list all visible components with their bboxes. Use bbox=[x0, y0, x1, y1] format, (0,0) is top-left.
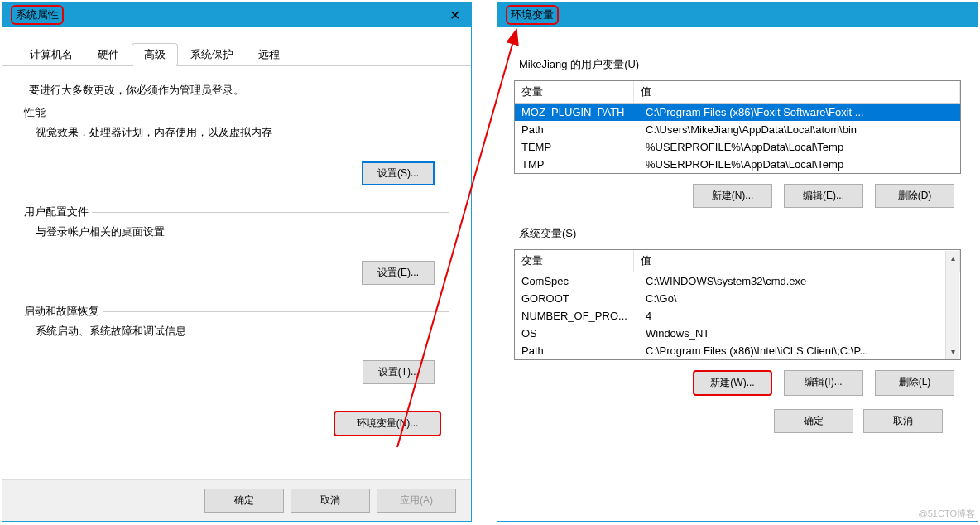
ok-button[interactable]: 确定 bbox=[204, 489, 284, 513]
group-title-performance: 性能 bbox=[24, 105, 49, 120]
dialog-buttons: 确定 取消 应用(A) bbox=[2, 479, 471, 521]
apply-button[interactable]: 应用(A) bbox=[377, 489, 456, 513]
sys-delete-button[interactable]: 删除(L) bbox=[875, 370, 954, 396]
settings-profile-button[interactable]: 设置(E)... bbox=[362, 261, 435, 285]
cancel-button[interactable]: 取消 bbox=[863, 409, 943, 433]
var-name: NUMBER_OF_PRO... bbox=[515, 309, 639, 323]
var-name: Path bbox=[515, 344, 639, 358]
table-header: 变量 值 bbox=[515, 81, 960, 104]
close-icon[interactable]: ✕ bbox=[438, 2, 471, 27]
table-row[interactable]: PathC:\Users\MikeJiang\AppData\Local\ato… bbox=[515, 121, 960, 138]
var-name: Path bbox=[515, 123, 639, 137]
var-name: ComSpec bbox=[515, 274, 639, 288]
admin-note: 要进行大多数更改，你必须作为管理员登录。 bbox=[29, 83, 449, 98]
var-name: TEMP bbox=[515, 140, 639, 154]
table-row[interactable]: NUMBER_OF_PRO...4 bbox=[515, 307, 960, 325]
settings-performance-button[interactable]: 设置(S)... bbox=[362, 161, 435, 185]
var-value: C:\WINDOWS\system32\cmd.exe bbox=[639, 274, 960, 288]
tab-body: 要进行大多数更改，你必须作为管理员登录。 性能 视觉效果，处理器计划，内存使用，… bbox=[2, 66, 471, 448]
scroll-up-icon[interactable]: ▴ bbox=[946, 251, 959, 265]
group-desc-performance: 视觉效果，处理器计划，内存使用，以及虚拟内存 bbox=[36, 125, 443, 140]
group-title-profile: 用户配置文件 bbox=[24, 205, 92, 219]
user-vars-table[interactable]: 变量 值 MOZ_PLUGIN_PATHC:\Program Files (x8… bbox=[514, 80, 961, 174]
sys-new-button[interactable]: 新建(W)... bbox=[693, 370, 772, 396]
cancel-button[interactable]: 取消 bbox=[291, 489, 370, 513]
user-delete-button[interactable]: 删除(D) bbox=[875, 184, 954, 208]
tab-advanced[interactable]: 高级 bbox=[132, 43, 178, 66]
group-startup-recovery: 启动和故障恢复 系统启动、系统故障和调试信息 设置(T)... bbox=[24, 311, 449, 399]
column-variable[interactable]: 变量 bbox=[515, 81, 634, 103]
column-value[interactable]: 值 bbox=[634, 250, 960, 272]
user-edit-button[interactable]: 编辑(E)... bbox=[784, 184, 863, 208]
table-row[interactable]: PathC:\Program Files (x86)\Intel\iCLS Cl… bbox=[515, 342, 960, 359]
dialog-buttons: 确定 取消 bbox=[514, 396, 961, 446]
settings-startup-button[interactable]: 设置(T)... bbox=[363, 360, 435, 384]
dialog-body: MikeJiang 的用户变量(U) 变量 值 MOZ_PLUGIN_PATHC… bbox=[497, 27, 978, 458]
watermark: @51CTO博客 bbox=[919, 508, 975, 520]
group-performance: 性能 视觉效果，处理器计划，内存使用，以及虚拟内存 设置(S)... bbox=[24, 113, 449, 200]
scrollbar[interactable]: ▴ ▾ bbox=[945, 251, 959, 359]
sys-var-buttons: 新建(W)... 编辑(I)... 删除(L) bbox=[514, 370, 961, 396]
var-name: GOROOT bbox=[515, 291, 639, 306]
var-value: %USERPROFILE%\AppData\Local\Temp bbox=[639, 140, 960, 154]
sys-vars-label: 系统变量(S) bbox=[519, 226, 961, 241]
tab-computer-name[interactable]: 计算机名 bbox=[17, 43, 85, 66]
group-title-startup: 启动和故障恢复 bbox=[24, 304, 103, 319]
group-desc-profile: 与登录帐户相关的桌面设置 bbox=[36, 224, 443, 239]
column-value[interactable]: 值 bbox=[634, 81, 960, 103]
sys-edit-button[interactable]: 编辑(I)... bbox=[784, 370, 863, 396]
ok-button[interactable]: 确定 bbox=[774, 409, 853, 433]
system-properties-window: 系统属性 ✕ 计算机名 硬件 高级 系统保护 远程 要进行大多数更改，你必须作为… bbox=[2, 2, 472, 522]
table-header: 变量 值 bbox=[515, 250, 960, 272]
titlebar[interactable]: 系统属性 ✕ bbox=[2, 2, 471, 27]
var-value: C:\Program Files (x86)\Foxit Software\Fo… bbox=[639, 105, 960, 119]
tab-hardware[interactable]: 硬件 bbox=[85, 43, 132, 66]
var-value: Windows_NT bbox=[639, 326, 960, 340]
user-new-button[interactable]: 新建(N)... bbox=[693, 184, 772, 208]
group-user-profile: 用户配置文件 与登录帐户相关的桌面设置 设置(E)... bbox=[24, 212, 449, 300]
table-row[interactable]: MOZ_PLUGIN_PATHC:\Program Files (x86)\Fo… bbox=[515, 104, 960, 121]
tab-row: 计算机名 硬件 高级 系统保护 远程 bbox=[2, 27, 471, 66]
column-variable[interactable]: 变量 bbox=[515, 250, 634, 272]
window-title: 环境变量 bbox=[506, 5, 559, 25]
table-row[interactable]: ComSpecC:\WINDOWS\system32\cmd.exe bbox=[515, 272, 960, 290]
var-value: C:\Users\MikeJiang\AppData\Local\atom\bi… bbox=[639, 123, 960, 137]
user-var-buttons: 新建(N)... 编辑(E)... 删除(D) bbox=[514, 184, 961, 208]
window-title: 系统属性 bbox=[11, 5, 64, 25]
var-name: MOZ_PLUGIN_PATH bbox=[515, 105, 639, 119]
var-name: OS bbox=[515, 326, 639, 340]
group-desc-startup: 系统启动、系统故障和调试信息 bbox=[36, 324, 443, 339]
var-value: C:\Go\ bbox=[639, 291, 960, 306]
table-row[interactable]: TMP%USERPROFILE%\AppData\Local\Temp bbox=[515, 156, 960, 173]
table-row[interactable]: GOROOTC:\Go\ bbox=[515, 290, 960, 307]
scroll-down-icon[interactable]: ▾ bbox=[946, 344, 959, 359]
tab-system-protection[interactable]: 系统保护 bbox=[178, 43, 246, 66]
table-row[interactable]: TEMP%USERPROFILE%\AppData\Local\Temp bbox=[515, 138, 960, 156]
titlebar[interactable]: 环境变量 bbox=[497, 2, 978, 27]
var-name: TMP bbox=[515, 157, 639, 171]
table-row[interactable]: OSWindows_NT bbox=[515, 325, 960, 342]
var-value: 4 bbox=[639, 309, 960, 323]
environment-variables-button[interactable]: 环境变量(N)... bbox=[334, 411, 441, 436]
var-value: %USERPROFILE%\AppData\Local\Temp bbox=[639, 157, 960, 171]
var-value: C:\Program Files (x86)\Intel\iCLS Client… bbox=[639, 344, 960, 358]
sys-vars-table[interactable]: 变量 值 ComSpecC:\WINDOWS\system32\cmd.exeG… bbox=[514, 249, 961, 360]
environment-variables-window: 环境变量 MikeJiang 的用户变量(U) 变量 值 MOZ_PLUGIN_… bbox=[497, 2, 978, 522]
user-vars-label: MikeJiang 的用户变量(U) bbox=[519, 57, 961, 72]
tab-remote[interactable]: 远程 bbox=[246, 43, 292, 66]
